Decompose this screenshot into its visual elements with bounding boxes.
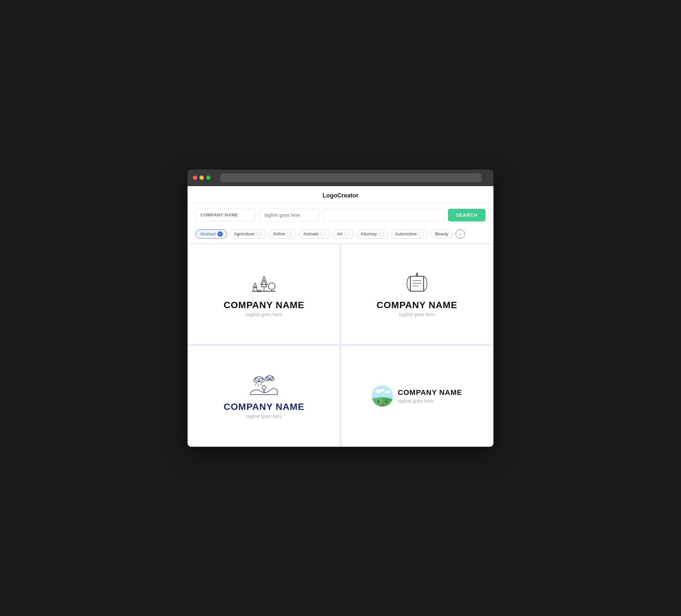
- logo-grid: COMPANY NAME tagline goes here: [187, 243, 494, 447]
- search-bar: SEARCH: [187, 203, 494, 227]
- category-label-agriculture: Agriculture: [234, 231, 255, 236]
- browser-window: LogoCreator SEARCH Abstract ✓ Agricultur…: [187, 170, 494, 447]
- app-content: LogoCreator SEARCH Abstract ✓ Agricultur…: [187, 186, 494, 447]
- company-name-input[interactable]: [196, 209, 255, 222]
- logo-icon-4: [372, 385, 393, 407]
- keywords-input[interactable]: [323, 209, 444, 222]
- category-chip-abstract[interactable]: Abstract ✓: [196, 229, 227, 239]
- tagline-input[interactable]: [259, 209, 319, 222]
- maximize-button[interactable]: [206, 176, 210, 180]
- logo-1-tagline: tagline goes here: [246, 312, 282, 317]
- app-title: LogoCreator: [187, 186, 494, 203]
- svg-marker-3: [261, 276, 267, 285]
- logo-1-company-name: COMPANY NAME: [224, 300, 305, 310]
- logo-4-horizontal: COMPANY NAME tagline goes here: [372, 385, 462, 407]
- category-check-attorney: ✓: [378, 231, 384, 237]
- logo-card-1[interactable]: COMPANY NAME tagline goes here: [188, 244, 339, 344]
- svg-line-22: [261, 383, 262, 386]
- logo-icon-3: [249, 373, 279, 396]
- logo-4-company-name: COMPANY NAME: [398, 388, 462, 397]
- minimize-button[interactable]: [200, 176, 204, 180]
- logo-2-company-name: COMPANY NAME: [377, 300, 457, 310]
- category-chip-airline[interactable]: Airline ✓: [269, 229, 296, 239]
- logo-4-text: COMPANY NAME tagline goes here: [398, 388, 462, 404]
- svg-rect-9: [410, 276, 424, 291]
- category-label-beauty: Beauty: [435, 231, 448, 236]
- category-check-animals: ✓: [320, 231, 326, 237]
- category-chip-attorney[interactable]: Attorney ✓: [356, 229, 388, 239]
- category-label-animals: Animals: [303, 231, 319, 236]
- category-check-art: ✓: [344, 231, 350, 237]
- category-check-airline: ✓: [287, 231, 292, 237]
- titlebar: [187, 170, 494, 186]
- logo-2-tagline: tagline goes here: [399, 312, 435, 317]
- address-bar: [221, 174, 481, 182]
- category-label-automotive: Automotive: [395, 231, 417, 236]
- svg-point-16: [259, 378, 264, 382]
- category-chip-automotive[interactable]: Automotive ✓: [391, 229, 428, 239]
- close-button[interactable]: [193, 176, 197, 180]
- traffic-lights: [193, 176, 210, 180]
- category-label-art: Art: [337, 231, 343, 236]
- logo-card-4[interactable]: COMPANY NAME tagline goes here: [342, 346, 493, 446]
- logo-card-2[interactable]: COMPANY NAME tagline goes here: [342, 244, 493, 344]
- svg-point-28: [379, 389, 384, 392]
- logo-card-3[interactable]: COMPANY NAME tagline goes here: [188, 346, 339, 446]
- category-chip-agriculture[interactable]: Agriculture ✓: [230, 229, 266, 239]
- svg-point-15: [254, 378, 259, 382]
- category-check-automotive: ✓: [418, 231, 424, 237]
- category-chip-beauty[interactable]: Beauty: [431, 229, 453, 238]
- category-check-agriculture: ✓: [256, 231, 262, 237]
- logo-icon-1: [249, 271, 279, 294]
- category-bar: Abstract ✓ Agriculture ✓ Airline ✓ Anima…: [187, 227, 494, 243]
- svg-point-6: [268, 283, 275, 289]
- category-next-button[interactable]: →: [456, 229, 465, 239]
- search-button[interactable]: SEARCH: [448, 209, 485, 222]
- svg-point-29: [385, 391, 391, 393]
- category-label-abstract: Abstract: [200, 231, 216, 236]
- svg-line-21: [258, 384, 259, 386]
- category-check-abstract: ✓: [218, 231, 223, 237]
- category-label-attorney: Attorney: [361, 231, 377, 236]
- category-chip-art[interactable]: Art ✓: [332, 229, 354, 239]
- logo-3-company-name: COMPANY NAME: [224, 402, 305, 412]
- logo-4-tagline: tagline goes here: [398, 398, 462, 404]
- svg-line-20: [255, 383, 256, 386]
- category-chip-animals[interactable]: Animals ✓: [299, 229, 330, 239]
- logo-icon-2: [404, 271, 430, 294]
- svg-point-23: [262, 386, 266, 390]
- category-label-airline: Airline: [273, 231, 285, 236]
- logo-3-tagline: tagline goes here: [246, 414, 282, 419]
